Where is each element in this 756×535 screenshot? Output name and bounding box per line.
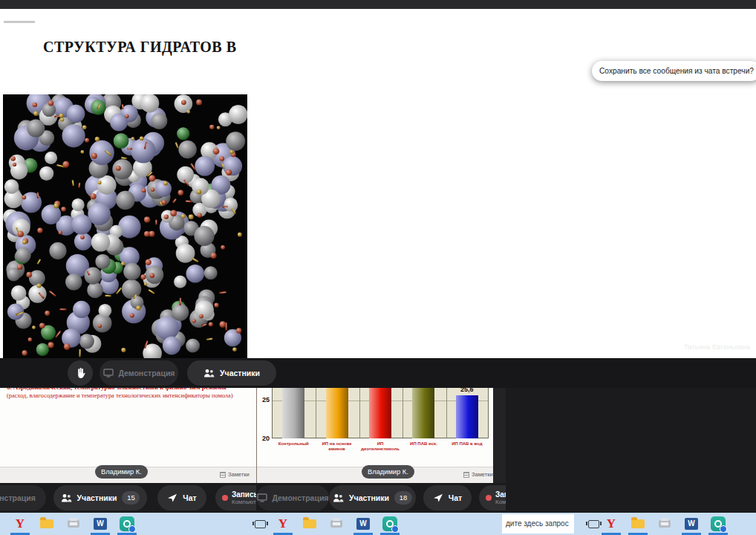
word-icon: W	[356, 518, 370, 530]
participants-button[interactable]: Участники	[187, 360, 250, 386]
people-icon	[61, 493, 72, 502]
tooltip-text: Сохранить все сообщения из чата встречи?	[599, 67, 754, 75]
notes-button[interactable]: Заметки	[463, 471, 493, 478]
folder-icon	[40, 519, 53, 528]
bar-category-label: ИП диэтиленгликоль	[359, 441, 401, 451]
notes-button[interactable]: Заметки	[220, 471, 250, 478]
button-label: Чат	[449, 493, 462, 502]
taskbar-icon-folder[interactable]	[37, 515, 56, 533]
taskbar-icon-taskview[interactable]	[250, 515, 270, 533]
call-toolbar-left: монстрацияУчастники15ЧатЗаписьКомпьют	[0, 483, 256, 513]
taskbar-icon-taskview[interactable]	[584, 515, 603, 533]
notes-label: Заметки	[472, 471, 493, 478]
telemost-window-3: СТРУКТУРА ГИДРАТОВ В Татьяна Евгеньевна …	[0, 0, 250, 388]
taskbar-icon-word[interactable]: W	[91, 515, 110, 533]
recording-dot-icon	[486, 495, 492, 501]
monitor-icon	[103, 369, 114, 377]
chat-save-tooltip: Сохранить все сообщения из чата встречи?…	[592, 61, 756, 81]
printer-icon	[659, 520, 671, 528]
button-label: монстрация	[0, 493, 36, 502]
yandex-icon: Y	[607, 516, 616, 531]
taskbar-icon-yandex[interactable]: Y	[273, 515, 293, 533]
word-icon: W	[94, 518, 107, 530]
call-toolbar-middle: ДемонстрацияУчастники18ЧатЗаписьКомпьют	[256, 483, 506, 513]
record-button[interactable]: ЗаписьКомпьют	[479, 485, 506, 510]
taskbar-icon-word[interactable]: W	[353, 515, 373, 533]
bar-category-label: ИП ПАВ иск.	[403, 441, 444, 447]
taskbar-icon-word[interactable]: W	[682, 515, 701, 533]
taskview-icon	[255, 520, 266, 528]
people-icon	[203, 369, 215, 377]
screen-share-button[interactable]: Демонстрация	[256, 485, 329, 510]
shared-screen-top	[0, 0, 250, 9]
yandex-icon: Y	[278, 516, 287, 531]
people-icon	[333, 493, 344, 502]
participants-button[interactable]: Участники15	[53, 485, 147, 510]
record-sublabel: Компьют	[232, 499, 256, 505]
hydrate-structure-image	[3, 94, 247, 360]
taskbar-search-input[interactable]: дите здесь запрос	[502, 514, 574, 534]
yandex-icon: Y	[16, 516, 25, 531]
taskbar-icon-printer[interactable]	[64, 515, 83, 533]
bar-category-label: ИП на основе аминов	[316, 441, 357, 451]
folder-icon	[303, 519, 316, 528]
button-label: Чат	[183, 493, 196, 502]
notes-icon	[220, 472, 226, 478]
notes-icon	[463, 472, 469, 478]
windows-taskbar: дите здесь запрос YWYWYW	[0, 513, 756, 535]
telemost-icon	[382, 516, 397, 531]
raise-hand-button[interactable]	[68, 360, 93, 386]
send-icon	[167, 493, 177, 502]
list-item-detail: (расход, влагосодержание и температура т…	[7, 392, 250, 401]
word-icon: W	[685, 518, 698, 530]
slide-3-small-text	[4, 21, 48, 23]
button-label: Демонстрация	[119, 369, 175, 377]
participants-count-badge: 15	[122, 491, 140, 505]
active-speaker-pill: Владимир К.	[95, 465, 148, 479]
taskbar-icon-folder[interactable]	[628, 515, 648, 533]
active-speaker-pill: Владимир К.	[362, 465, 414, 479]
button-label: Демонстрация	[273, 493, 329, 502]
taskbar-icon-printer[interactable]	[655, 515, 674, 533]
y-axis-tick: 20	[258, 435, 270, 442]
folder-icon	[631, 519, 645, 528]
taskview-icon	[588, 520, 599, 528]
printer-icon	[330, 520, 342, 528]
taskbar-icon-telemost[interactable]	[117, 515, 137, 533]
taskbar-icon-yandex[interactable]: Y	[602, 515, 621, 533]
taskbar-icon-printer[interactable]	[327, 515, 346, 533]
telemost-icon	[120, 516, 134, 531]
taskbar-icon-telemost[interactable]	[380, 515, 400, 533]
taskbar-icon-yandex[interactable]: Y	[10, 515, 30, 533]
button-label: Участники	[349, 493, 389, 502]
screen-share-button[interactable]: Демонстрация	[100, 360, 178, 386]
participants-button[interactable]: Участники18	[329, 485, 416, 510]
molecule-structure-svg	[3, 94, 247, 360]
screen-share-button[interactable]: монстрация	[0, 485, 46, 510]
send-icon	[433, 493, 443, 502]
bar-category-label: Контрольный	[273, 441, 314, 447]
slide-3-title: СТРУКТУРА ГИДРАТОВ В	[43, 39, 237, 56]
chart-bar	[456, 395, 478, 438]
taskbar-icon-telemost[interactable]	[708, 515, 728, 533]
bar-category-label: ИП ПАВ в вод	[446, 441, 488, 447]
y-axis-tick: 25	[258, 396, 270, 403]
record-label: Запись	[232, 490, 256, 499]
record-sublabel: Компьют	[495, 499, 506, 505]
participants-count-badge: 18	[394, 491, 412, 505]
recording-dot-icon	[222, 495, 228, 501]
taskbar-icon-folder[interactable]	[300, 515, 319, 533]
notes-label: Заметки	[228, 471, 250, 478]
telemost-icon	[711, 516, 726, 531]
chat-button[interactable]: Чат	[423, 485, 472, 510]
record-button[interactable]: ЗаписьКомпьют	[215, 485, 256, 510]
call-toolbar-right: ДемонстрацияУчастники	[0, 358, 250, 388]
slide-3: СТРУКТУРА ГИДРАТОВ В	[0, 9, 250, 358]
monitor-icon	[257, 493, 267, 502]
printer-icon	[68, 520, 79, 528]
screen: Те ✕ + Звонок в Яндекс Телемосте⋯Звонок …	[0, 0, 756, 535]
button-label: Участники	[220, 369, 250, 377]
chat-button[interactable]: Чат	[157, 485, 206, 510]
record-label: Запись	[495, 490, 506, 499]
button-label: Участники	[77, 493, 117, 502]
